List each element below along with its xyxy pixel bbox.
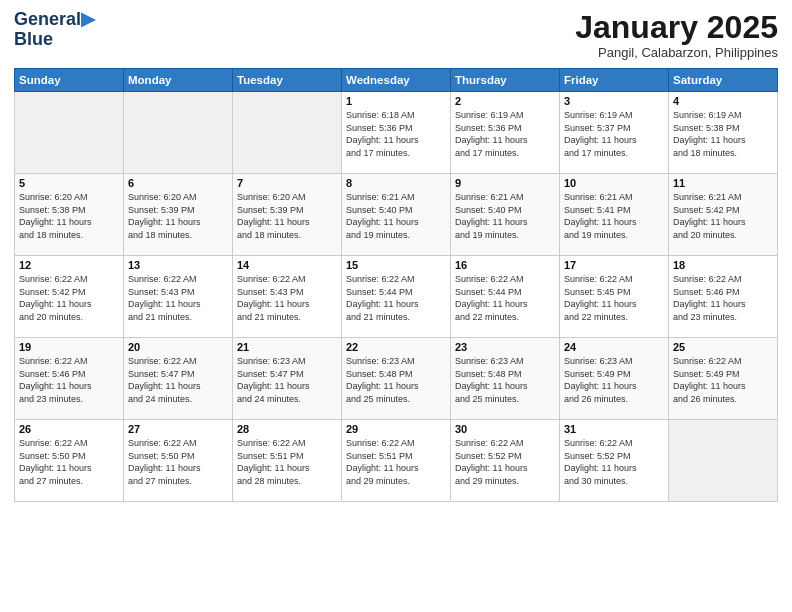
day-info: Sunrise: 6:22 AM Sunset: 5:50 PM Dayligh…: [128, 437, 228, 487]
day-number: 18: [673, 259, 773, 271]
day-info: Sunrise: 6:21 AM Sunset: 5:42 PM Dayligh…: [673, 191, 773, 241]
day-number: 27: [128, 423, 228, 435]
day-number: 29: [346, 423, 446, 435]
calendar-cell: 9Sunrise: 6:21 AM Sunset: 5:40 PM Daylig…: [451, 174, 560, 256]
calendar-cell: 31Sunrise: 6:22 AM Sunset: 5:52 PM Dayli…: [560, 420, 669, 502]
calendar-cell: 2Sunrise: 6:19 AM Sunset: 5:36 PM Daylig…: [451, 92, 560, 174]
calendar-cell: 3Sunrise: 6:19 AM Sunset: 5:37 PM Daylig…: [560, 92, 669, 174]
calendar-cell: 10Sunrise: 6:21 AM Sunset: 5:41 PM Dayli…: [560, 174, 669, 256]
calendar-cell: 4Sunrise: 6:19 AM Sunset: 5:38 PM Daylig…: [669, 92, 778, 174]
calendar-table: SundayMondayTuesdayWednesdayThursdayFrid…: [14, 68, 778, 502]
day-number: 24: [564, 341, 664, 353]
day-info: Sunrise: 6:22 AM Sunset: 5:47 PM Dayligh…: [128, 355, 228, 405]
calendar-cell: 18Sunrise: 6:22 AM Sunset: 5:46 PM Dayli…: [669, 256, 778, 338]
day-info: Sunrise: 6:22 AM Sunset: 5:51 PM Dayligh…: [346, 437, 446, 487]
day-number: 19: [19, 341, 119, 353]
day-number: 4: [673, 95, 773, 107]
weekday-header: Sunday: [15, 69, 124, 92]
day-info: Sunrise: 6:20 AM Sunset: 5:39 PM Dayligh…: [128, 191, 228, 241]
calendar-cell: 11Sunrise: 6:21 AM Sunset: 5:42 PM Dayli…: [669, 174, 778, 256]
calendar-cell: 5Sunrise: 6:20 AM Sunset: 5:38 PM Daylig…: [15, 174, 124, 256]
calendar-cell: [15, 92, 124, 174]
day-number: 13: [128, 259, 228, 271]
day-info: Sunrise: 6:22 AM Sunset: 5:52 PM Dayligh…: [564, 437, 664, 487]
day-info: Sunrise: 6:22 AM Sunset: 5:46 PM Dayligh…: [19, 355, 119, 405]
day-info: Sunrise: 6:23 AM Sunset: 5:49 PM Dayligh…: [564, 355, 664, 405]
calendar-subtitle: Pangil, Calabarzon, Philippines: [575, 45, 778, 60]
day-info: Sunrise: 6:23 AM Sunset: 5:48 PM Dayligh…: [346, 355, 446, 405]
day-info: Sunrise: 6:21 AM Sunset: 5:41 PM Dayligh…: [564, 191, 664, 241]
day-number: 12: [19, 259, 119, 271]
day-number: 25: [673, 341, 773, 353]
calendar-cell: 22Sunrise: 6:23 AM Sunset: 5:48 PM Dayli…: [342, 338, 451, 420]
day-number: 15: [346, 259, 446, 271]
calendar-title: January 2025: [575, 10, 778, 45]
calendar-cell: 19Sunrise: 6:22 AM Sunset: 5:46 PM Dayli…: [15, 338, 124, 420]
weekday-header: Saturday: [669, 69, 778, 92]
day-info: Sunrise: 6:22 AM Sunset: 5:49 PM Dayligh…: [673, 355, 773, 405]
header: General▶Blue January 2025 Pangil, Calaba…: [14, 10, 778, 60]
day-number: 8: [346, 177, 446, 189]
day-number: 30: [455, 423, 555, 435]
day-info: Sunrise: 6:22 AM Sunset: 5:43 PM Dayligh…: [237, 273, 337, 323]
calendar-cell: 25Sunrise: 6:22 AM Sunset: 5:49 PM Dayli…: [669, 338, 778, 420]
day-info: Sunrise: 6:18 AM Sunset: 5:36 PM Dayligh…: [346, 109, 446, 159]
weekday-header: Thursday: [451, 69, 560, 92]
day-info: Sunrise: 6:22 AM Sunset: 5:51 PM Dayligh…: [237, 437, 337, 487]
weekday-header: Monday: [124, 69, 233, 92]
day-number: 6: [128, 177, 228, 189]
calendar-cell: 7Sunrise: 6:20 AM Sunset: 5:39 PM Daylig…: [233, 174, 342, 256]
day-number: 5: [19, 177, 119, 189]
calendar-cell: 28Sunrise: 6:22 AM Sunset: 5:51 PM Dayli…: [233, 420, 342, 502]
weekday-header: Friday: [560, 69, 669, 92]
calendar-cell: 24Sunrise: 6:23 AM Sunset: 5:49 PM Dayli…: [560, 338, 669, 420]
weekday-header-row: SundayMondayTuesdayWednesdayThursdayFrid…: [15, 69, 778, 92]
day-number: 16: [455, 259, 555, 271]
day-info: Sunrise: 6:23 AM Sunset: 5:47 PM Dayligh…: [237, 355, 337, 405]
calendar-cell: 15Sunrise: 6:22 AM Sunset: 5:44 PM Dayli…: [342, 256, 451, 338]
day-number: 21: [237, 341, 337, 353]
day-info: Sunrise: 6:19 AM Sunset: 5:38 PM Dayligh…: [673, 109, 773, 159]
day-number: 31: [564, 423, 664, 435]
title-block: January 2025 Pangil, Calabarzon, Philipp…: [575, 10, 778, 60]
day-number: 17: [564, 259, 664, 271]
day-number: 20: [128, 341, 228, 353]
calendar-cell: 23Sunrise: 6:23 AM Sunset: 5:48 PM Dayli…: [451, 338, 560, 420]
calendar-page: General▶Blue January 2025 Pangil, Calaba…: [0, 0, 792, 612]
day-info: Sunrise: 6:22 AM Sunset: 5:44 PM Dayligh…: [455, 273, 555, 323]
day-info: Sunrise: 6:22 AM Sunset: 5:42 PM Dayligh…: [19, 273, 119, 323]
calendar-cell: 20Sunrise: 6:22 AM Sunset: 5:47 PM Dayli…: [124, 338, 233, 420]
calendar-cell: 30Sunrise: 6:22 AM Sunset: 5:52 PM Dayli…: [451, 420, 560, 502]
day-info: Sunrise: 6:22 AM Sunset: 5:46 PM Dayligh…: [673, 273, 773, 323]
calendar-cell: 26Sunrise: 6:22 AM Sunset: 5:50 PM Dayli…: [15, 420, 124, 502]
day-info: Sunrise: 6:22 AM Sunset: 5:50 PM Dayligh…: [19, 437, 119, 487]
calendar-cell: 27Sunrise: 6:22 AM Sunset: 5:50 PM Dayli…: [124, 420, 233, 502]
day-info: Sunrise: 6:20 AM Sunset: 5:38 PM Dayligh…: [19, 191, 119, 241]
calendar-week-row: 12Sunrise: 6:22 AM Sunset: 5:42 PM Dayli…: [15, 256, 778, 338]
calendar-cell: 8Sunrise: 6:21 AM Sunset: 5:40 PM Daylig…: [342, 174, 451, 256]
calendar-cell: 6Sunrise: 6:20 AM Sunset: 5:39 PM Daylig…: [124, 174, 233, 256]
calendar-cell: 12Sunrise: 6:22 AM Sunset: 5:42 PM Dayli…: [15, 256, 124, 338]
day-info: Sunrise: 6:22 AM Sunset: 5:52 PM Dayligh…: [455, 437, 555, 487]
day-info: Sunrise: 6:21 AM Sunset: 5:40 PM Dayligh…: [455, 191, 555, 241]
day-number: 23: [455, 341, 555, 353]
day-info: Sunrise: 6:22 AM Sunset: 5:43 PM Dayligh…: [128, 273, 228, 323]
day-number: 7: [237, 177, 337, 189]
day-info: Sunrise: 6:21 AM Sunset: 5:40 PM Dayligh…: [346, 191, 446, 241]
day-info: Sunrise: 6:22 AM Sunset: 5:45 PM Dayligh…: [564, 273, 664, 323]
day-number: 3: [564, 95, 664, 107]
calendar-cell: [233, 92, 342, 174]
calendar-cell: 21Sunrise: 6:23 AM Sunset: 5:47 PM Dayli…: [233, 338, 342, 420]
calendar-cell: 16Sunrise: 6:22 AM Sunset: 5:44 PM Dayli…: [451, 256, 560, 338]
day-info: Sunrise: 6:19 AM Sunset: 5:36 PM Dayligh…: [455, 109, 555, 159]
day-number: 26: [19, 423, 119, 435]
day-number: 10: [564, 177, 664, 189]
calendar-cell: 14Sunrise: 6:22 AM Sunset: 5:43 PM Dayli…: [233, 256, 342, 338]
day-info: Sunrise: 6:22 AM Sunset: 5:44 PM Dayligh…: [346, 273, 446, 323]
day-info: Sunrise: 6:23 AM Sunset: 5:48 PM Dayligh…: [455, 355, 555, 405]
day-number: 14: [237, 259, 337, 271]
day-number: 22: [346, 341, 446, 353]
day-number: 1: [346, 95, 446, 107]
calendar-cell: 13Sunrise: 6:22 AM Sunset: 5:43 PM Dayli…: [124, 256, 233, 338]
day-info: Sunrise: 6:19 AM Sunset: 5:37 PM Dayligh…: [564, 109, 664, 159]
